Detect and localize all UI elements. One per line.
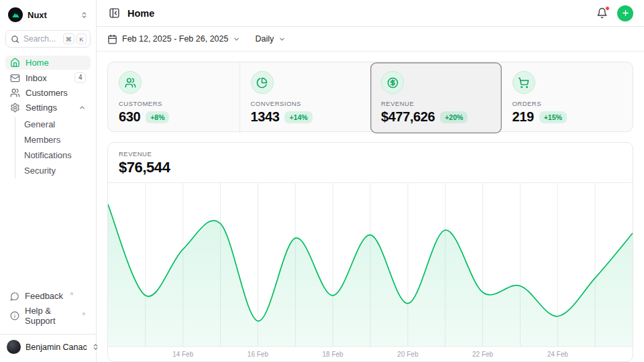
users-icon <box>10 88 20 98</box>
gear-icon <box>10 103 20 113</box>
stat-delta-badge: +20% <box>440 111 468 123</box>
page-content: CUSTOMERS630+8%CONVERSIONS1343+14%REVENU… <box>97 52 644 362</box>
revenue-chart[interactable]: 14 Feb16 Feb18 Feb20 Feb22 Feb24 Feb <box>108 183 633 361</box>
stat-value: 1343 <box>251 109 280 125</box>
sidebar-item-label: Inbox <box>25 73 47 83</box>
main-area: Home Feb 12, 2025 - Feb 26, 2025 <box>97 0 644 362</box>
sidebar-item-inbox[interactable]: Inbox4 <box>5 70 91 85</box>
kbd-meta: ⌘ <box>63 34 75 44</box>
stat-card-orders[interactable]: ORDERS219+15% <box>502 62 633 133</box>
users-icon <box>119 71 142 94</box>
revenue-area-chart-svg: 14 Feb16 Feb18 Feb20 Feb22 Feb24 Feb <box>108 183 633 361</box>
search-input[interactable]: Search... ⌘ K <box>5 30 91 48</box>
chart-metric-value: $76,544 <box>119 159 622 176</box>
top-navbar: Home <box>97 0 644 27</box>
stat-card-customers[interactable]: CUSTOMERS630+8% <box>108 62 239 133</box>
date-range-picker[interactable]: Feb 12, 2025 - Feb 26, 2025 <box>107 34 240 44</box>
page-title: Home <box>127 8 154 19</box>
info-icon <box>10 311 19 320</box>
stat-delta-badge: +14% <box>284 111 312 123</box>
chevron-up-icon <box>78 104 86 111</box>
svg-text:20 Feb: 20 Feb <box>397 351 419 358</box>
user-name: Benjamin Canac <box>25 343 87 352</box>
workspace-name: Nuxt <box>28 10 47 20</box>
chevron-down-icon <box>233 36 240 43</box>
chat-bubble-icon <box>10 292 19 301</box>
sidebar-item-home[interactable]: Home <box>5 56 91 70</box>
avatar <box>7 340 21 354</box>
stat-label: CUSTOMERS <box>119 100 229 107</box>
date-range-label: Feb 12, 2025 - Feb 26, 2025 <box>122 34 228 44</box>
sidebar-item-feedback[interactable]: Feedback <box>5 289 91 303</box>
filters-toolbar: Feb 12, 2025 - Feb 26, 2025 Daily <box>97 27 644 52</box>
workspace-switcher[interactable]: Nuxt <box>5 5 91 24</box>
sidebar-sublist-settings: GeneralMembersNotificationsSecurity <box>15 117 91 178</box>
stat-value: 219 <box>513 109 534 125</box>
sidebar-item-label: Settings <box>25 103 57 113</box>
svg-text:24 Feb: 24 Feb <box>547 351 569 358</box>
stat-card-revenue[interactable]: REVENUE$477,626+20% <box>370 62 502 133</box>
calendar-icon <box>107 34 117 44</box>
unread-dot <box>605 6 610 11</box>
user-menu[interactable]: Benjamin Canac <box>0 334 96 357</box>
sidebar-footer-nav: FeedbackHelp & Support <box>5 289 91 328</box>
sidebar-item-customers[interactable]: Customers <box>5 86 91 100</box>
stat-card-conversions[interactable]: CONVERSIONS1343+14% <box>239 62 371 133</box>
revenue-chart-card: REVENUE $76,544 14 Feb16 Feb18 Feb20 Feb… <box>107 142 633 362</box>
nuxt-logo-icon <box>8 7 23 22</box>
svg-text:16 Feb: 16 Feb <box>248 351 269 358</box>
stat-label: REVENUE <box>381 100 491 107</box>
search-placeholder: Search... <box>23 34 56 44</box>
stat-value: $477,626 <box>381 109 435 125</box>
period-select[interactable]: Daily <box>255 34 286 44</box>
external-link-icon <box>81 312 86 316</box>
stat-value: 630 <box>119 109 140 125</box>
home-icon <box>10 58 20 68</box>
sidebar-item-label: Customers <box>25 88 68 98</box>
sidebar-collapse-button[interactable] <box>107 6 121 20</box>
stat-delta-badge: +15% <box>539 111 567 123</box>
sidebar-item-security[interactable]: Security <box>15 163 91 178</box>
stat-label: ORDERS <box>513 100 623 107</box>
stat-label: CONVERSIONS <box>251 100 360 107</box>
plus-icon <box>621 9 630 17</box>
svg-text:22 Feb: 22 Feb <box>472 351 494 358</box>
svg-text:14 Feb: 14 Feb <box>172 351 194 358</box>
sidebar-item-label: Feedback <box>25 291 63 301</box>
chart-x-axis-labels: 14 Feb16 Feb18 Feb20 Feb22 Feb24 Feb <box>172 351 568 358</box>
period-label: Daily <box>255 34 274 44</box>
svg-text:18 Feb: 18 Feb <box>323 351 344 358</box>
external-link-icon <box>69 292 74 296</box>
sidebar-item-help-support[interactable]: Help & Support <box>5 304 91 328</box>
chart-metric-label: REVENUE <box>119 150 622 158</box>
app-root: Nuxt Search... ⌘ K HomeInbox4CustomersSe… <box>0 0 644 362</box>
chevron-down-icon <box>278 36 286 43</box>
stats-row: CUSTOMERS630+8%CONVERSIONS1343+14%REVENU… <box>107 62 633 132</box>
search-icon <box>11 35 19 44</box>
sidebar-spacer <box>5 180 91 289</box>
notifications-button[interactable] <box>595 6 609 20</box>
sidebar: Nuxt Search... ⌘ K HomeInbox4CustomersSe… <box>0 0 97 362</box>
sidebar-nav: HomeInbox4CustomersSettingsGeneralMember… <box>5 56 91 180</box>
panel-left-close-icon <box>109 7 120 19</box>
kbd-k: K <box>76 34 87 44</box>
add-button[interactable] <box>617 5 633 21</box>
sidebar-item-general[interactable]: General <box>15 117 91 132</box>
sidebar-item-notifications[interactable]: Notifications <box>15 147 91 163</box>
search-shortcut: ⌘ K <box>63 34 87 44</box>
sidebar-item-settings[interactable]: Settings <box>5 101 91 115</box>
topbar-actions <box>595 5 633 21</box>
cart-icon <box>513 71 535 94</box>
sidebar-item-label: Home <box>25 58 49 68</box>
inbox-count-badge: 4 <box>74 72 86 83</box>
sidebar-item-members[interactable]: Members <box>15 132 91 147</box>
stat-delta-badge: +8% <box>146 111 169 123</box>
dollar-circle-icon <box>381 71 404 94</box>
sidebar-item-label: Help & Support <box>25 306 75 326</box>
mail-icon <box>10 73 20 83</box>
pie-chart-icon <box>251 71 274 94</box>
chart-header: REVENUE $76,544 <box>108 143 633 183</box>
chevron-up-down-icon <box>80 11 88 19</box>
